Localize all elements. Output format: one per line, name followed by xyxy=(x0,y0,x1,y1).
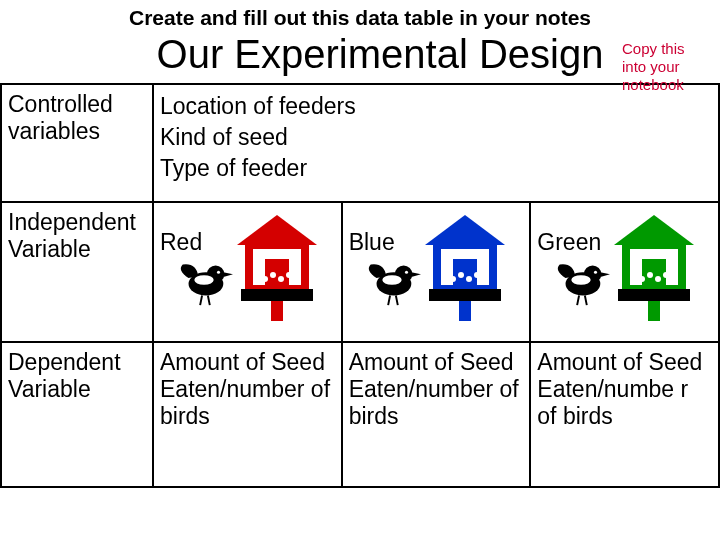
svg-point-35 xyxy=(663,272,669,278)
svg-point-27 xyxy=(383,275,402,285)
svg-rect-31 xyxy=(618,289,690,301)
dv-red-value: Amount of Seed Eaten/number of birds xyxy=(153,342,342,487)
iv-green-text: Green xyxy=(537,209,601,256)
svg-marker-14 xyxy=(425,215,505,245)
iv-red-cell: Red xyxy=(153,202,342,342)
svg-point-34 xyxy=(655,276,661,282)
svg-marker-40 xyxy=(600,272,610,277)
cv-line-3: Type of feeder xyxy=(160,153,712,184)
svg-rect-2 xyxy=(265,259,289,289)
svg-point-6 xyxy=(278,276,284,282)
dv-green-value: Amount of Seed Eaten/numbe r of birds xyxy=(530,342,719,487)
instruction-heading: Create and fill out this data table in y… xyxy=(0,0,720,30)
cv-line-2: Kind of seed xyxy=(160,122,712,153)
bird-icon xyxy=(175,251,233,309)
svg-rect-17 xyxy=(429,289,501,301)
svg-point-39 xyxy=(594,271,597,274)
iv-red-text: Red xyxy=(160,209,202,256)
svg-marker-26 xyxy=(412,272,422,277)
page-title: Our Experimental Design xyxy=(157,32,604,77)
svg-rect-22 xyxy=(459,301,471,321)
svg-rect-3 xyxy=(241,289,313,301)
svg-point-4 xyxy=(262,276,268,282)
controlled-variables-label: Controlled variables xyxy=(1,84,153,202)
svg-point-11 xyxy=(217,271,220,274)
feeder-icon-green xyxy=(594,215,714,325)
copy-annotation: Copy this into your notebook xyxy=(622,40,712,94)
dependent-variable-label: Dependent Variable xyxy=(1,342,153,487)
svg-point-21 xyxy=(474,272,480,278)
bird-icon xyxy=(363,251,421,309)
iv-blue-cell: Blue xyxy=(342,202,531,342)
iv-green-cell: Green xyxy=(530,202,719,342)
feeder-icon-blue xyxy=(405,215,525,325)
dv-blue-value: Amount of Seed Eaten/number of birds xyxy=(342,342,531,487)
feeder-icon-red xyxy=(217,215,337,325)
svg-rect-30 xyxy=(642,259,666,289)
svg-marker-0 xyxy=(237,215,317,245)
bird-icon xyxy=(552,251,610,309)
svg-point-18 xyxy=(450,276,456,282)
svg-marker-12 xyxy=(223,272,233,277)
svg-point-41 xyxy=(571,275,590,285)
svg-point-5 xyxy=(270,272,276,278)
svg-marker-28 xyxy=(614,215,694,245)
svg-point-25 xyxy=(405,271,408,274)
svg-rect-36 xyxy=(648,301,660,321)
cv-line-1: Location of feeders xyxy=(160,91,712,122)
svg-point-7 xyxy=(286,272,292,278)
svg-point-32 xyxy=(639,276,645,282)
iv-blue-text: Blue xyxy=(349,209,395,256)
independent-variable-label: Independent Variable xyxy=(1,202,153,342)
svg-point-13 xyxy=(194,275,213,285)
controlled-variables-value: Location of feeders Kind of seed Type of… xyxy=(153,84,719,202)
data-table: Controlled variables Location of feeders… xyxy=(0,83,720,488)
svg-point-20 xyxy=(466,276,472,282)
svg-rect-8 xyxy=(271,301,283,321)
svg-point-33 xyxy=(647,272,653,278)
svg-rect-16 xyxy=(453,259,477,289)
svg-point-19 xyxy=(458,272,464,278)
